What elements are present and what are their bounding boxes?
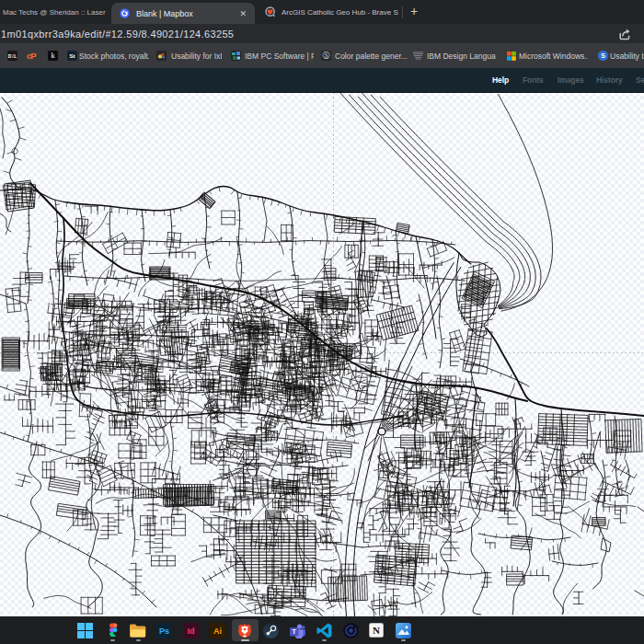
svg-text:N: N [373, 625, 380, 636]
svg-text:Id: Id [188, 627, 195, 636]
svg-text:Ps: Ps [159, 627, 169, 636]
svg-text:Ai: Ai [213, 627, 222, 636]
svg-text:T: T [293, 628, 297, 635]
